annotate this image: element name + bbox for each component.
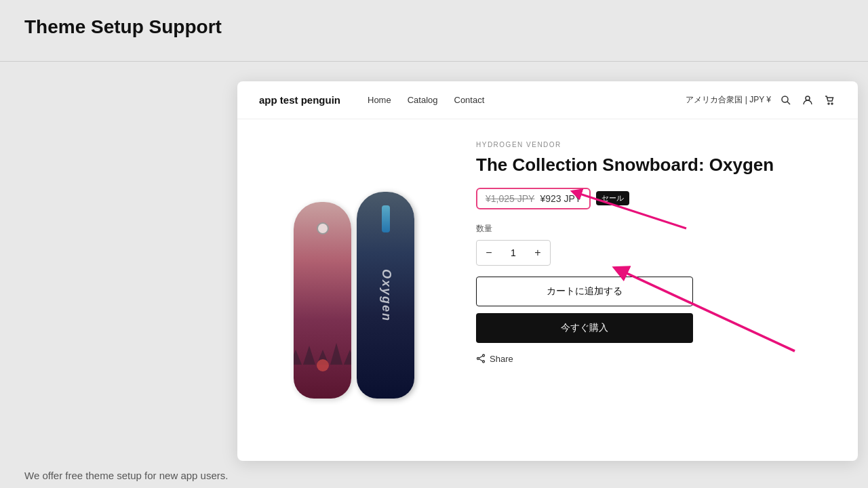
nav-contact[interactable]: Contact bbox=[454, 95, 485, 105]
snowboard-right: Oxygen bbox=[357, 192, 414, 399]
vendor-label: HYDROGEN VENDOR bbox=[476, 141, 836, 148]
svg-line-11 bbox=[479, 359, 482, 361]
nav-right: アメリカ合衆国 | JPY ¥ bbox=[686, 94, 836, 107]
svg-point-4 bbox=[831, 103, 833, 104]
quantity-decrease-button[interactable]: − bbox=[477, 241, 501, 265]
tree-5 bbox=[344, 350, 352, 365]
share-icon bbox=[476, 354, 486, 363]
svg-line-1 bbox=[787, 102, 790, 104]
quantity-increase-button[interactable]: + bbox=[526, 241, 550, 265]
board-text: Oxygen bbox=[378, 268, 393, 321]
original-price: ¥1,025 JPY bbox=[486, 193, 534, 204]
sale-badge: セール bbox=[596, 191, 629, 205]
buy-now-button[interactable]: 今すぐ購入 bbox=[476, 313, 693, 343]
share-link[interactable]: Share bbox=[476, 354, 836, 364]
nav-home[interactable]: Home bbox=[368, 95, 391, 105]
cart-icon[interactable] bbox=[823, 94, 836, 107]
locale-selector[interactable]: アメリカ合衆国 | JPY ¥ bbox=[686, 94, 771, 106]
svg-point-7 bbox=[483, 354, 485, 357]
product-area: Oxygen HYDROGEN VENDOR The Collection Sn… bbox=[237, 119, 858, 461]
svg-point-8 bbox=[477, 358, 479, 360]
search-icon[interactable] bbox=[779, 94, 793, 107]
snowboard-left bbox=[294, 202, 351, 399]
svg-point-2 bbox=[806, 96, 810, 100]
quantity-label: 数量 bbox=[476, 223, 836, 235]
quantity-control: − 1 + bbox=[476, 240, 551, 266]
add-to-cart-button[interactable]: カートに追加する bbox=[476, 277, 693, 306]
product-title: The Collection Snowboard: Oxygen bbox=[476, 154, 836, 177]
page-title: Theme Setup Support bbox=[24, 16, 222, 38]
snowboard-trees-decoration bbox=[297, 270, 348, 365]
tree-1 bbox=[294, 350, 302, 365]
store-navbar: app test penguin Home Catalog Contact アメ… bbox=[237, 81, 858, 119]
svg-point-3 bbox=[828, 103, 829, 104]
svg-line-10 bbox=[479, 357, 482, 359]
header-divider bbox=[0, 61, 868, 62]
sale-price: ¥923 JPY bbox=[540, 193, 581, 204]
snowboard-gallery: Oxygen bbox=[294, 182, 414, 399]
quantity-value: 1 bbox=[501, 247, 526, 258]
bottom-text: We offer free theme setup for new app us… bbox=[24, 470, 228, 481]
product-images: Oxygen bbox=[259, 136, 449, 445]
svg-point-0 bbox=[782, 96, 788, 102]
price-box: ¥1,025 JPY ¥923 JPY bbox=[476, 188, 591, 209]
product-info: HYDROGEN VENDOR The Collection Snowboard… bbox=[476, 136, 836, 445]
nav-catalog[interactable]: Catalog bbox=[408, 95, 438, 105]
tree-4 bbox=[330, 343, 342, 365]
price-section: ¥1,025 JPY ¥923 JPY セール bbox=[476, 188, 836, 209]
tree-2 bbox=[303, 346, 315, 365]
store-preview-window: app test penguin Home Catalog Contact アメ… bbox=[237, 81, 858, 461]
store-logo: app test penguin bbox=[259, 94, 340, 106]
tree-3 bbox=[317, 350, 329, 365]
share-label: Share bbox=[490, 354, 513, 364]
nav-links: Home Catalog Contact bbox=[368, 95, 686, 105]
svg-point-9 bbox=[483, 361, 485, 363]
account-icon[interactable] bbox=[801, 94, 814, 107]
